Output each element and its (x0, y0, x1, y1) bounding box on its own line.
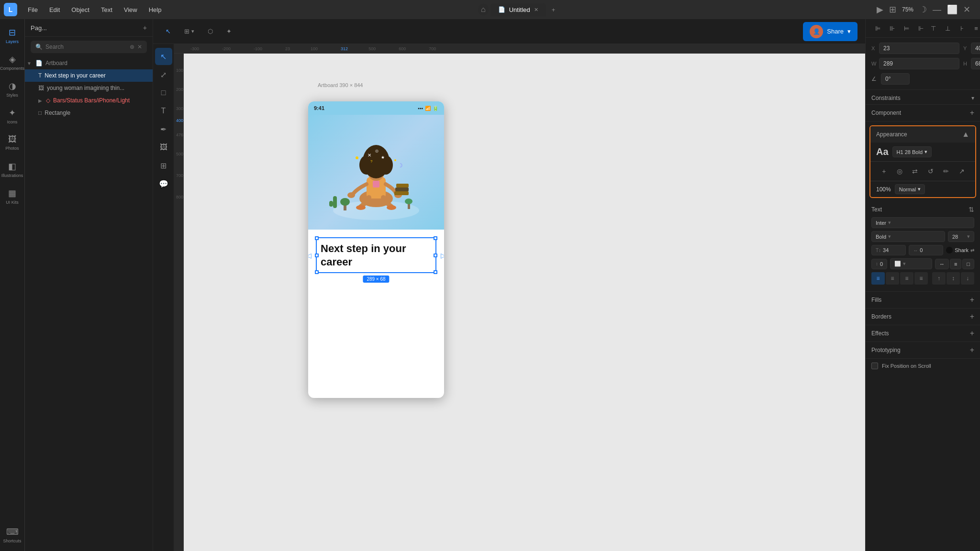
layer-component-item[interactable]: ▶ ◇ Bars/Status Bars/iPhone/Light (25, 94, 153, 107)
new-tab-button[interactable]: + (548, 4, 559, 15)
share-button[interactable]: 👤 Share ▾ (803, 22, 858, 41)
moon-icon[interactable]: ☽ (919, 4, 927, 15)
resize-handle-br[interactable] (434, 270, 437, 274)
letter-spacing-field[interactable]: ↔ 0 (909, 245, 943, 255)
search-close-icon[interactable]: ✕ (137, 44, 142, 50)
menu-help[interactable]: Help (144, 4, 167, 15)
text-color-dot[interactable] (946, 247, 953, 253)
frame-dropdown-icon[interactable]: ▾ (191, 28, 194, 34)
w-coord-input[interactable] (879, 58, 959, 69)
font-size-input[interactable]: 28 ▾ (948, 231, 974, 242)
overflow-icon2[interactable]: ≡ (950, 259, 961, 269)
constraints-toggle[interactable]: ▾ (971, 95, 974, 101)
layer-search-icon[interactable]: + (143, 24, 147, 32)
menu-file[interactable]: File (23, 4, 43, 15)
swap-style-btn[interactable]: ⇄ (908, 165, 922, 178)
resize-handle-tr[interactable] (434, 236, 437, 240)
layout-tool-btn[interactable]: ⊞ (155, 157, 172, 174)
menu-edit[interactable]: Edit (45, 4, 65, 15)
add-style-btn[interactable]: + (877, 165, 891, 178)
play-icon[interactable]: ▶ (877, 4, 883, 15)
layer-rectangle-item[interactable]: □ Rectangle (25, 107, 153, 119)
image-tool-btn[interactable]: 🖼 (155, 139, 172, 156)
distribute-h-icon[interactable]: ⊩ (914, 22, 927, 34)
align-right-icon[interactable]: ⊨ (900, 22, 913, 34)
tab-close-icon[interactable]: ✕ (534, 7, 538, 13)
align-top-icon[interactable]: ⊤ (927, 22, 939, 34)
frame-tool[interactable]: ⊞ ▾ (179, 25, 199, 38)
components-rail-item[interactable]: ◈ Components (2, 50, 23, 75)
text-align-right-btn[interactable]: ≡ (900, 272, 913, 285)
mask-tool[interactable]: ⬡ (203, 25, 218, 38)
ui-kits-rail-item[interactable]: ▦ UI Kits (2, 184, 23, 209)
shortcuts-rail-item[interactable]: ⌨ Shortcuts (2, 522, 23, 547)
angle-input[interactable] (881, 73, 910, 85)
text-valign-top-btn[interactable]: ↑ (932, 272, 946, 285)
reset-style-btn[interactable]: ↺ (924, 165, 937, 178)
select-tool-btn[interactable]: ↖ (155, 48, 172, 65)
overflow-icon1[interactable]: ↔ (935, 259, 949, 269)
edit-style-btn[interactable]: ✏ (939, 165, 953, 178)
search-options-icon[interactable]: ⊕ (130, 44, 134, 50)
line-height-field[interactable]: T↕ 34 (871, 245, 906, 255)
more-style-btn[interactable]: ↗ (955, 165, 969, 178)
maximize-icon[interactable]: ⬜ (947, 4, 958, 15)
canvas-area[interactable]: -300 -200 -100 23 100 312 500 600 700 10… (174, 44, 865, 551)
layers-rail-item[interactable]: ⊟ Layers (2, 23, 23, 48)
vertical-offset-field[interactable]: ↕ 0 (871, 259, 887, 269)
h-coord-input[interactable] (971, 58, 980, 69)
text-valign-bot-btn[interactable]: ↓ (961, 272, 974, 285)
text-opacity-icon[interactable]: ⇄ (970, 248, 974, 253)
scale-tool-btn[interactable]: ⤢ (155, 66, 172, 83)
y-coord-input[interactable] (971, 43, 980, 54)
pen-tool[interactable]: ✦ (222, 25, 236, 38)
text-align-justify-btn[interactable]: ≡ (914, 272, 928, 285)
resize-handle-ml[interactable] (315, 253, 319, 257)
photos-rail-item[interactable]: 🖼 Photos (2, 130, 23, 155)
menu-view[interactable]: View (119, 4, 142, 15)
align-center-h-icon[interactable]: ⊪ (886, 22, 898, 34)
prototyping-add-btn[interactable]: + (970, 346, 974, 354)
grid-icon[interactable]: ⊞ (889, 4, 896, 15)
blend-mode-selector[interactable]: Normal ▾ (895, 184, 925, 194)
text-selection-box[interactable]: Next step in your career 289 × (316, 237, 436, 273)
arrow-handle-right[interactable]: ▷ (441, 252, 444, 259)
menu-text[interactable]: Text (96, 4, 117, 15)
layer-artboard[interactable]: ▼ 📄 Artboard (25, 57, 153, 69)
close-icon[interactable]: ✕ (963, 4, 970, 15)
overflow-icon3[interactable]: □ (962, 259, 974, 269)
resize-handle-tl[interactable] (315, 236, 319, 240)
font-style-selector[interactable]: H1 28 Bold ▾ (892, 146, 932, 157)
align-middle-v-icon[interactable]: ⊥ (941, 22, 954, 34)
styles-rail-item[interactable]: ◑ Styles (2, 77, 23, 101)
text-valign-mid-btn[interactable]: ↕ (947, 272, 960, 285)
fix-position-checkbox[interactable] (871, 363, 878, 369)
resize-handle-mr[interactable] (434, 253, 437, 257)
effects-add-btn[interactable]: + (970, 329, 974, 338)
layer-image-item[interactable]: 🖼 young woman imagining thin... (25, 82, 153, 94)
resize-handle-bl[interactable] (315, 270, 319, 274)
align-bottom-icon[interactable]: ⊦ (956, 22, 968, 34)
fills-add-btn[interactable]: + (970, 296, 974, 304)
text-transform-field[interactable]: ⬜ ▾ (890, 258, 932, 269)
minimize-icon[interactable]: — (933, 5, 941, 15)
distribute-v-icon[interactable]: ≡ (970, 22, 980, 34)
borders-add-btn[interactable]: + (970, 312, 974, 321)
illustrations-rail-item[interactable]: ◧ Illustrations (2, 157, 23, 182)
component-add-icon[interactable]: + (970, 109, 974, 117)
document-tab[interactable]: 📄 Untitled ✕ (490, 3, 546, 16)
x-coord-input[interactable] (879, 43, 959, 54)
text-align-left-btn[interactable]: ≡ (871, 272, 885, 285)
icons-rail-item[interactable]: ✦ Icons (2, 103, 23, 128)
menu-object[interactable]: Object (67, 4, 94, 15)
pen-tool-btn[interactable]: ✒ (155, 121, 172, 138)
comment-tool-btn[interactable]: 💬 (155, 175, 172, 192)
font-weight-selector[interactable]: Bold ▾ (871, 231, 945, 242)
text-tool-btn[interactable]: T (155, 102, 172, 120)
align-left-icon[interactable]: ⊫ (871, 22, 884, 34)
layer-search-input[interactable] (45, 44, 127, 50)
font-family-selector[interactable]: Inter ▾ (871, 217, 974, 228)
arrow-handle-left[interactable]: ◁ (308, 252, 312, 259)
appearance-collapse-icon[interactable]: ▲ (962, 130, 969, 139)
text-align-center-btn[interactable]: ≡ (886, 272, 899, 285)
